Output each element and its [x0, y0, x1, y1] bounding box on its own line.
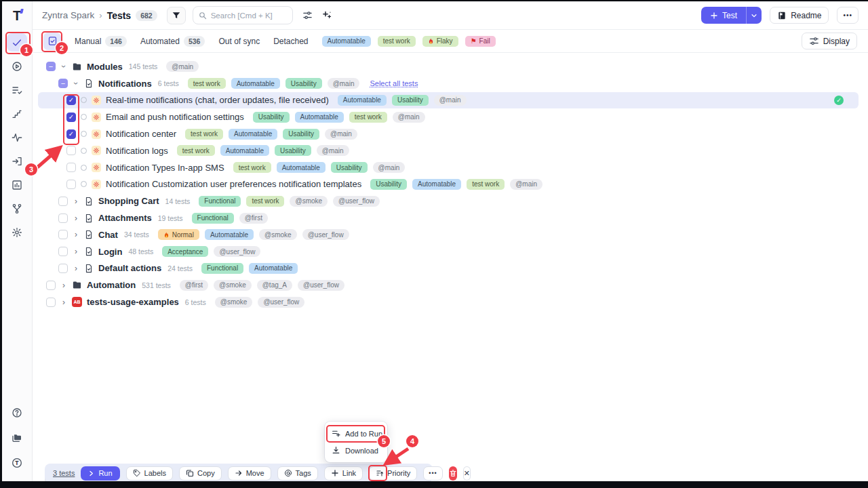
bulk-more-button[interactable]: •••: [423, 466, 442, 481]
chip--smoke[interactable]: @smoke: [215, 297, 253, 308]
chip-automatable[interactable]: Automatable: [249, 263, 298, 274]
chip--main[interactable]: @main: [328, 78, 360, 89]
row-title[interactable]: Notification center: [106, 129, 176, 139]
chip-automatable[interactable]: Automatable: [295, 112, 344, 123]
row-title[interactable]: Real-time notifications (chat, order upd…: [106, 95, 329, 105]
chip-flaky[interactable]: Flaky: [422, 36, 458, 47]
chip-test-work[interactable]: test work: [246, 196, 284, 207]
chip-usability[interactable]: Usability: [283, 129, 319, 140]
suite-row[interactable]: −›Notifications6 teststest workAutomatab…: [33, 75, 868, 92]
chevron-right-icon[interactable]: ›: [73, 214, 79, 223]
priority-button[interactable]: Priority: [369, 466, 417, 481]
sidebar-item-tests[interactable]: [7, 33, 27, 52]
filter-detached[interactable]: Detached: [273, 37, 308, 46]
suite-row[interactable]: ›ABtests-usage-examples6 tests@smoke@use…: [33, 293, 868, 310]
sidebar-item-help[interactable]: [7, 403, 27, 422]
chip-automatable[interactable]: Automatable: [338, 95, 387, 106]
suite-row[interactable]: ›Chat34 testsNormalAutomatable@smoke@use…: [33, 226, 868, 243]
ai-assist-button[interactable]: [322, 10, 332, 20]
chip--user_flow[interactable]: @user_flow: [298, 280, 344, 291]
chip-usability[interactable]: Usability: [331, 162, 368, 173]
chip--tag_a[interactable]: @tag_A: [257, 280, 292, 291]
chip-test-work[interactable]: test work: [185, 129, 223, 140]
test-row[interactable]: Notification Types In-app SMStest workAu…: [33, 159, 868, 176]
chip-normal[interactable]: Normal: [158, 229, 199, 240]
chip--user_flow[interactable]: @user_flow: [214, 246, 260, 257]
chip-automatable[interactable]: Automatable: [229, 129, 277, 140]
chip--first[interactable]: @first: [239, 213, 268, 224]
row-title[interactable]: Notification Customization user preferen…: [106, 179, 361, 189]
menu-item-download[interactable]: Download: [325, 442, 387, 459]
row-title[interactable]: Shopping Cart: [98, 196, 159, 206]
chip--main[interactable]: @main: [373, 162, 406, 173]
chip--main[interactable]: @main: [166, 61, 199, 72]
chip-test-work[interactable]: test work: [233, 162, 271, 173]
row-title[interactable]: Chat: [98, 230, 118, 240]
link-button[interactable]: Link: [324, 466, 363, 481]
test-row[interactable]: Notification Customization user preferen…: [33, 176, 868, 193]
row-title[interactable]: Modules: [87, 62, 123, 72]
row-title[interactable]: Attachments: [98, 213, 152, 223]
display-button[interactable]: Display: [802, 33, 857, 49]
chip-automatable[interactable]: Automatable: [412, 179, 461, 190]
suite-row[interactable]: −›Modules145 tests@main: [33, 58, 868, 75]
suite-row[interactable]: ›Automation531 tests@first@smoke@tag_A@u…: [33, 277, 868, 293]
row-title[interactable]: Notifications: [98, 79, 152, 89]
chip-usability[interactable]: Usability: [392, 95, 429, 106]
row-title[interactable]: Notification Types In-app SMS: [106, 163, 224, 173]
chevron-down-icon[interactable]: ›: [59, 63, 68, 70]
row-checkbox[interactable]: [66, 163, 76, 172]
chip-automatable[interactable]: Automatable: [277, 162, 326, 173]
test-row[interactable]: ✓Notification centertest workAutomatable…: [33, 125, 868, 142]
labels-button[interactable]: Labels: [126, 466, 173, 481]
chip-automatable[interactable]: Automatable: [322, 36, 371, 47]
breadcrumb-project[interactable]: Zyntra Spark: [42, 10, 94, 20]
row-checkbox[interactable]: ✓: [66, 96, 76, 105]
sidebar-item-requirements[interactable]: [7, 152, 27, 170]
filter-automated[interactable]: Automated536: [140, 36, 205, 47]
suite-row[interactable]: ›Attachments19 testsFunctional@first: [33, 209, 868, 226]
filter-manual[interactable]: Manual146: [75, 36, 127, 47]
chip-automatable[interactable]: Automatable: [205, 229, 254, 240]
sidebar-item-milestones[interactable]: [7, 104, 27, 123]
chip-functional[interactable]: Functional: [199, 196, 241, 207]
chip--smoke[interactable]: @smoke: [214, 280, 252, 291]
row-checkbox[interactable]: −: [58, 79, 68, 88]
chip-test-work[interactable]: test work: [177, 145, 215, 156]
chevron-right-icon[interactable]: ›: [60, 281, 67, 290]
chip--main[interactable]: @main: [510, 179, 542, 190]
select-all-tests-link[interactable]: Select all tests: [370, 79, 418, 87]
chip-automatable[interactable]: Automatable: [220, 145, 269, 156]
chip-test-work[interactable]: test work: [188, 78, 226, 89]
chip--user_flow[interactable]: @user_flow: [333, 196, 380, 207]
chip-usability[interactable]: Usability: [285, 78, 322, 89]
row-title[interactable]: Notification logs: [106, 146, 168, 156]
row-checkbox[interactable]: [66, 180, 76, 189]
chip--user_flow[interactable]: @user_flow: [302, 229, 349, 240]
chip-test-work[interactable]: test work: [378, 36, 416, 47]
row-title[interactable]: Login: [98, 247, 122, 257]
test-row[interactable]: ✓Real-time notifications (chat, order up…: [38, 92, 859, 109]
delete-button[interactable]: [449, 466, 457, 481]
chip--main[interactable]: @main: [393, 112, 425, 123]
row-checkbox[interactable]: [58, 264, 68, 273]
row-checkbox[interactable]: [46, 298, 56, 307]
chip-usability[interactable]: Usability: [370, 179, 407, 190]
chip-automatable[interactable]: Automatable: [231, 78, 280, 89]
row-checkbox[interactable]: [58, 214, 68, 223]
view-settings-button[interactable]: [302, 10, 313, 20]
chip-fail[interactable]: ⚑Fail: [465, 36, 496, 47]
sidebar-item-account[interactable]: T: [7, 453, 27, 472]
chip-usability[interactable]: Usability: [275, 145, 311, 156]
header-more-button[interactable]: •••: [837, 7, 859, 24]
run-button[interactable]: Run: [81, 466, 119, 481]
chevron-right-icon[interactable]: ›: [60, 298, 67, 307]
row-title[interactable]: Email and push notification settings: [106, 112, 244, 122]
chip-functional[interactable]: Functional: [201, 263, 243, 274]
sidebar-item-defects[interactable]: [7, 128, 27, 146]
menu-item-add-to-run[interactable]: Add to Run: [325, 425, 387, 442]
chevron-right-icon[interactable]: ›: [73, 197, 79, 206]
bulk-select-mode-button[interactable]: [43, 33, 61, 50]
filter-out-of-sync[interactable]: Out of sync: [218, 37, 260, 46]
sidebar-item-settings[interactable]: [7, 223, 27, 241]
